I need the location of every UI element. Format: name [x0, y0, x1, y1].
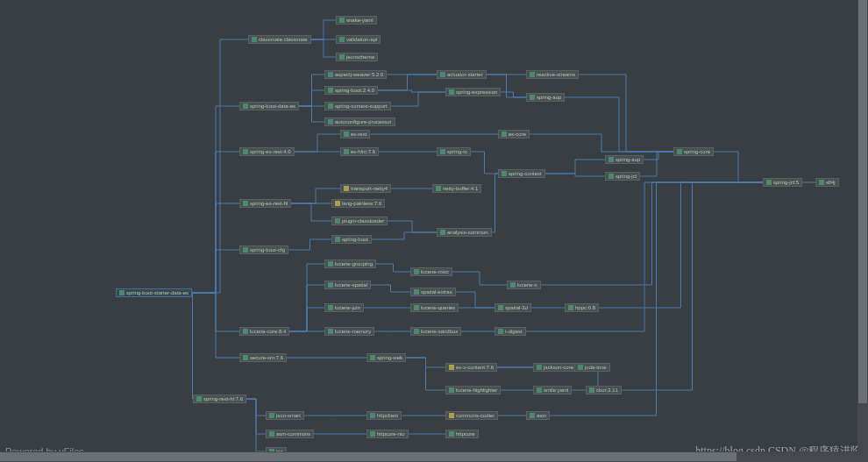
dependency-node[interactable]: spring-web: [366, 353, 406, 362]
dependency-node[interactable]: spring-rest-hl:7.6: [193, 394, 246, 403]
dependency-edge: [456, 292, 494, 308]
dependency-node[interactable]: lucene-queries: [410, 303, 459, 312]
dependency-node[interactable]: reactive-streams: [526, 70, 579, 79]
dependency-node[interactable]: spatial-extras: [410, 288, 456, 296]
dependency-node[interactable]: lucene-x: [507, 281, 541, 289]
dependency-node[interactable]: commons-codec: [445, 411, 498, 420]
package-icon: [328, 103, 333, 109]
dependency-node[interactable]: spatial-3d: [494, 303, 531, 312]
node-label: lucene-queries: [421, 305, 455, 310]
horizontal-scrollbar-thumb[interactable]: [0, 452, 736, 461]
dependency-node[interactable]: actuator-starter: [437, 70, 487, 79]
dependency-edge: [192, 39, 248, 293]
package-icon: [328, 282, 333, 288]
dependency-node[interactable]: aspectj-weaver:5.2.0: [324, 70, 387, 79]
dependency-node[interactable]: lucene-core:8.4: [239, 327, 289, 336]
dependency-node[interactable]: lucene-join: [324, 303, 364, 312]
dependency-node[interactable]: lang-painless:7.6: [331, 199, 385, 208]
dependency-node[interactable]: hppc:0.8: [565, 303, 599, 312]
dependency-node[interactable]: lucene-misc: [410, 267, 452, 276]
dependency-node[interactable]: joda-time: [574, 363, 610, 372]
dependency-node[interactable]: spring-boot:2.4.0: [324, 86, 378, 95]
dependency-node[interactable]: netty-buffer:4.1: [432, 184, 481, 193]
node-label: spring-tx: [447, 149, 467, 154]
dependency-edge: [371, 285, 410, 292]
node-label: slf4j: [826, 180, 836, 185]
dependency-edge: [599, 182, 763, 308]
dependency-node[interactable]: spring-context: [498, 169, 545, 178]
dependency-node[interactable]: lucene-memory: [324, 327, 374, 336]
package-icon: [119, 290, 125, 295]
dependency-node[interactable]: lucene-spatial: [324, 281, 371, 289]
node-label: spring-web: [377, 355, 402, 360]
dependency-node[interactable]: slf4j: [815, 178, 839, 187]
node-label: spring-es-rest:4.0: [250, 149, 291, 154]
horizontal-scrollbar[interactable]: [0, 451, 857, 462]
dependency-node[interactable]: lucene-highlighter: [445, 386, 501, 394]
dependency-node[interactable]: spring-jcl: [605, 172, 640, 181]
dependency-node[interactable]: es-core: [498, 130, 530, 139]
dependency-node[interactable]: snake-yaml: [336, 16, 377, 25]
vertical-scrollbar-thumb[interactable]: [858, 0, 867, 403]
vertical-scrollbar[interactable]: [857, 0, 868, 451]
dependency-node[interactable]: spring-boot-data-es: [239, 102, 299, 110]
node-label: lucene-grouping: [335, 261, 373, 267]
node-label: cbor:2.11: [596, 387, 618, 393]
dependency-node[interactable]: es-x-content:7.6: [445, 363, 497, 372]
dependency-node[interactable]: smile:yaml: [533, 386, 572, 394]
dependency-node[interactable]: spring-expression: [445, 88, 501, 96]
dependency-node[interactable]: asm: [526, 411, 550, 420]
dependency-edge: [541, 182, 763, 285]
package-icon: [252, 37, 257, 42]
node-label: spring-boot-starter-data-es: [126, 290, 189, 295]
dependency-node[interactable]: spring-boot-cfg: [239, 245, 288, 254]
dependency-edge: [452, 272, 507, 285]
package-icon: [243, 247, 248, 252]
dependency-node[interactable]: spring-context-support: [324, 102, 391, 110]
dependency-node[interactable]: spring-tx: [437, 147, 471, 156]
diagram-canvas[interactable]: Powered by yFiles https://blog.csdn.CSDN…: [0, 0, 868, 462]
dependency-node[interactable]: httpcore: [445, 430, 479, 438]
node-label: reactive-streams: [537, 72, 575, 77]
dependency-node[interactable]: secure-sm:7.6: [239, 353, 287, 362]
dependency-node[interactable]: analysis-common: [437, 228, 492, 237]
dependency-node[interactable]: jackson-core: [533, 363, 577, 372]
package-icon: [440, 149, 445, 154]
dependency-node[interactable]: transport-netty4: [340, 184, 391, 193]
dependency-node[interactable]: spring-es-rest:4.0: [239, 147, 295, 156]
dependency-node[interactable]: es-rest: [340, 130, 370, 139]
dependency-edge: [492, 174, 498, 232]
dependency-node[interactable]: t-digest: [494, 327, 526, 336]
node-label: actuator-starter: [447, 72, 483, 77]
dependency-node[interactable]: json-smart: [266, 411, 304, 420]
node-label: asm: [537, 413, 546, 418]
package-icon: [370, 355, 375, 360]
dependency-node[interactable]: cbor:2.11: [586, 386, 622, 394]
dependency-node[interactable]: es-hlrc:7.6: [340, 147, 379, 156]
dependency-node[interactable]: httpclient: [366, 411, 402, 420]
dependency-node[interactable]: validation-api: [336, 35, 381, 44]
dependency-node[interactable]: classmate:classmate: [248, 35, 311, 44]
dependency-node[interactable]: plugin-classloader: [331, 217, 388, 225]
dependency-edge: [545, 174, 605, 176]
dependency-edge: [192, 293, 193, 399]
dependency-node[interactable]: spring-aop: [605, 155, 644, 164]
dependency-node[interactable]: spring-core: [673, 147, 714, 156]
dependency-node[interactable]: spring-es-rest-hl: [239, 199, 291, 208]
dependency-node[interactable]: lucene-sandbox: [410, 327, 461, 336]
node-label: secure-sm:7.6: [250, 355, 283, 360]
package-icon: [243, 355, 248, 360]
dependency-node[interactable]: asm-commons: [266, 430, 314, 438]
dependency-edge: [714, 152, 763, 182]
dependency-node[interactable]: autoconfigure-processor: [324, 117, 395, 126]
node-label: lang-painless:7.6: [342, 201, 381, 206]
dependency-node[interactable]: lucene-grouping: [324, 259, 376, 268]
dependency-node[interactable]: spring-boot: [331, 235, 372, 244]
dependency-node[interactable]: jsonschema: [336, 53, 378, 61]
dependency-node[interactable]: spring-boot-starter-data-es: [116, 288, 192, 297]
dependency-node[interactable]: spring-aop: [526, 93, 565, 102]
dependency-node[interactable]: httpcore-nio: [366, 430, 409, 438]
package-icon: [339, 18, 345, 23]
package-icon: [370, 431, 375, 437]
dependency-node[interactable]: spring-jcl:5: [763, 178, 802, 187]
